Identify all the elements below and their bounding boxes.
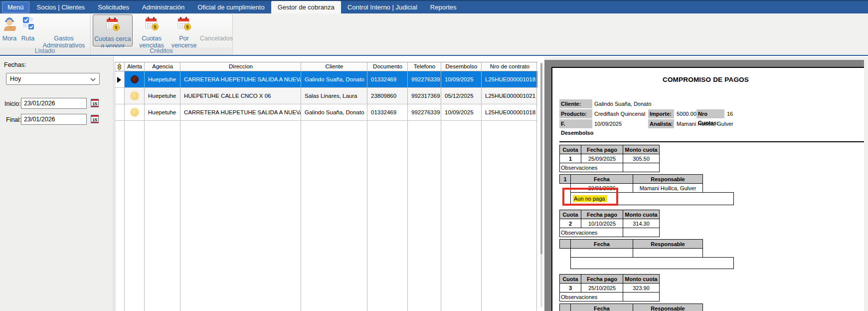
cell-documento: 23809860 xyxy=(368,88,407,104)
column-line xyxy=(144,62,145,311)
column-header-telefono[interactable]: Telefono xyxy=(408,62,441,71)
cell-telefono: 992276339 xyxy=(408,104,441,121)
preview-scrollbar-gutter[interactable] xyxy=(864,57,868,311)
column-line xyxy=(481,62,482,311)
obs-responsable-value: Mamani Huillca, Gulver xyxy=(633,184,703,193)
final-calendar-picker-icon[interactable]: 15 xyxy=(91,115,99,123)
grid-vertical-scrollbar-thumb[interactable] xyxy=(540,63,542,255)
cell-documento: 01332469 xyxy=(368,104,407,121)
grid-row-3[interactable]: Huepetuhe CARRETERA HUEPETUHE SALIDA A N… xyxy=(115,104,537,121)
alert-dot-dark xyxy=(131,75,139,83)
cuota-monto: 314.30 xyxy=(623,219,660,228)
column-header-cliente[interactable]: Cliente xyxy=(302,62,367,71)
por-vencerse-button[interactable]: 5 Por vencerse xyxy=(170,14,198,46)
grid-row-2[interactable]: Huepetuhe HUEPETUHE CALLE CNCO X 06 Sala… xyxy=(115,88,537,104)
fechas-label: Fechas: xyxy=(4,61,26,68)
row-separator xyxy=(115,87,537,88)
cell-cliente: Salas Linares, Laura xyxy=(302,88,367,104)
inicio-calendar-picker-icon[interactable]: 15 xyxy=(91,99,99,107)
collections-manager-window: Menú Socios | Clientes Solicitudes Admin… xyxy=(0,0,868,311)
cell-cliente: Galindo Suaña, Donato xyxy=(302,104,367,121)
gastos-administrativos-button[interactable]: Gastos Administrativos xyxy=(39,14,89,46)
cancelados-button: Cancelados xyxy=(198,14,234,46)
column-line xyxy=(124,62,125,311)
observaciones-label: Observaciones xyxy=(560,228,623,237)
obs-responsable-header: Responsable xyxy=(633,304,703,311)
grid-row-1[interactable]: Huepetuhe CARRETERA HUEPETUHE SALIDA A N… xyxy=(115,71,537,88)
credits-grid: Alerta Agencia Direccion Cliente Documen… xyxy=(114,57,544,311)
date-range-select[interactable]: Hoy xyxy=(6,73,100,85)
column-header-documento[interactable]: Documento xyxy=(368,62,407,71)
calendar-badge-icon: 5 xyxy=(144,16,159,33)
menu-item-solicitudes[interactable]: Solicitudes xyxy=(91,1,136,13)
cell-direccion: CARRETERA HUEPETUHE SALIDA A NUEVA xyxy=(181,71,301,88)
column-line xyxy=(180,62,180,311)
tab-gestor-de-cobranza[interactable]: Gestor de cobranza xyxy=(271,1,341,13)
cliente-field-value: Galindo Suaña, Donato xyxy=(594,99,651,108)
group-label-listado: Listado xyxy=(0,47,90,55)
cuota-table-1: Cuota Fecha pago Monto cuota 1 25/09/202… xyxy=(559,145,660,172)
mora-button[interactable]: Mora xyxy=(1,14,18,46)
cuota-header: Cuota xyxy=(560,275,581,284)
main-menubar: Menú Socios | Clientes Solicitudes Admin… xyxy=(0,0,868,13)
chevron-down-icon xyxy=(90,78,96,81)
cuota-number: 3 xyxy=(560,284,581,293)
menu-item-socios-clientes[interactable]: Socios | Clientes xyxy=(30,1,92,13)
obs-responsable-header: Responsable xyxy=(633,240,703,249)
analista-field-value: Mamani Huillca, Gulver xyxy=(677,119,733,128)
fecha-pago-header: Fecha pago xyxy=(581,275,623,284)
column-header-direccion[interactable]: Direccion xyxy=(181,62,301,71)
inicio-label: Inicio: xyxy=(4,100,21,107)
monto-cuota-header: Monto cuota xyxy=(623,145,660,154)
inicio-date-input[interactable]: 23/01/2026 xyxy=(21,98,87,109)
report-page: COMPROMISO DE PAGOS Cliente: Galindo Sua… xyxy=(551,67,864,311)
final-date-input[interactable]: 23/01/2026 xyxy=(21,114,87,125)
obs-index xyxy=(560,304,571,311)
cuota-header: Cuota xyxy=(560,145,581,154)
menu-item-control-interno-judicial[interactable]: Control Interno | Judicial xyxy=(341,1,424,13)
alert-dot-yellow xyxy=(131,92,139,100)
menu-item-administracion[interactable]: Administración xyxy=(136,1,191,13)
column-line xyxy=(407,62,408,311)
ruta-button[interactable]: Ruta xyxy=(19,14,37,46)
cell-direccion: HUEPETUHE CALLE CNCO X 06 xyxy=(181,88,301,104)
cell-desembolso: 10/09/2025 xyxy=(442,71,481,88)
column-header-agencia[interactable]: Agencia xyxy=(145,62,180,71)
obs-index xyxy=(560,240,571,249)
sort-indicator-header[interactable] xyxy=(115,62,124,71)
f-desembolso-field-value: 10/09/2025 xyxy=(594,119,622,128)
cuota-monto: 305.50 xyxy=(623,154,660,163)
observaciones-empty-cell xyxy=(623,228,660,237)
cuota-fecha-pago: 25/10/2025 xyxy=(581,284,623,293)
cell-telefono: 992317369 xyxy=(408,88,441,104)
cuotas-cerca-a-vencer-button[interactable]: 5 Cuotas cerca a vencer xyxy=(93,14,133,46)
calendar-badge-icon: 5 xyxy=(105,16,120,33)
date-range-selected-value: Hoy xyxy=(10,75,21,82)
cuota-fecha-pago: 25/09/2025 xyxy=(581,154,623,163)
obs-responsable-header: Responsable xyxy=(633,175,703,184)
grid-vertical-scrollbar-track[interactable] xyxy=(540,255,542,308)
monto-cuota-header: Monto cuota xyxy=(623,275,660,284)
fecha-pago-header: Fecha pago xyxy=(581,145,623,154)
cuotas-vencidas-button[interactable]: 5 Cuotas vencidas xyxy=(136,14,168,46)
monto-cuota-header: Monto cuota xyxy=(623,210,660,219)
calendar-icon-band xyxy=(91,115,98,117)
column-header-alerta[interactable]: Alerta xyxy=(125,62,144,71)
cell-contrato: L25HUE000001021 xyxy=(482,88,537,104)
menu-item-oficial-cumplimiento[interactable]: Oficial de cumplimiento xyxy=(191,1,271,13)
column-line xyxy=(367,62,367,311)
nro-cuotas-field-label: Nro Cuotas: xyxy=(696,109,724,118)
column-header-nro-contrato[interactable]: Nro de contrato xyxy=(482,62,537,71)
observaciones-empty-cell xyxy=(623,293,660,302)
calendar-icon-band xyxy=(91,122,98,123)
menu-item-reportes[interactable]: Reportes xyxy=(424,1,463,13)
producto-field-value: Crediflash Quincenal xyxy=(594,109,645,118)
mora-button-label: Mora xyxy=(1,35,18,42)
importe-field-value: 5000.00 xyxy=(677,109,696,118)
menu-item-menu[interactable]: Menú xyxy=(2,1,29,13)
row-separator xyxy=(115,120,537,121)
row-selector-arrow-icon xyxy=(117,77,121,83)
filters-panel: Fechas: Hoy Inicio: 23/01/2026 15 Final:… xyxy=(0,57,114,311)
importe-field-label: Importe: xyxy=(648,109,674,118)
column-header-desembolso[interactable]: Desembolso xyxy=(442,62,481,71)
